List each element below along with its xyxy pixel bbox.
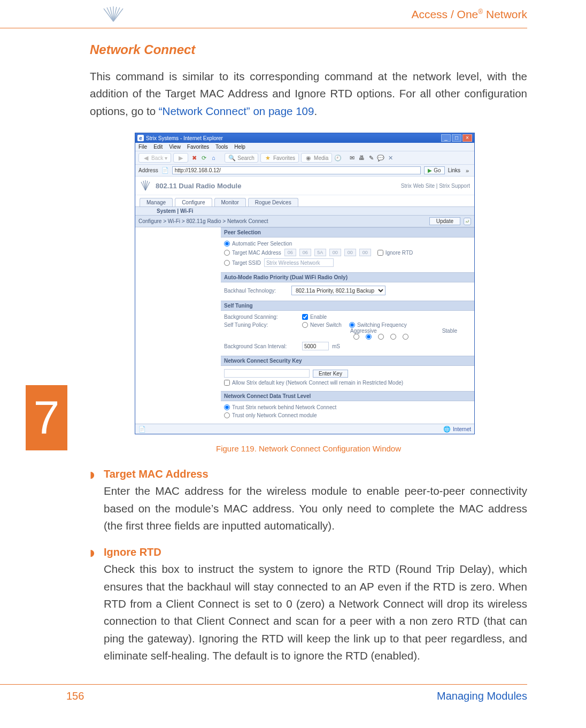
scan-interval-label: Background Scan Interval: xyxy=(224,343,299,349)
window-title: Strix Systems - Internet Explorer xyxy=(146,135,223,141)
product-line: Access / One® Network xyxy=(411,8,527,21)
menu-edit[interactable]: Edit xyxy=(153,144,163,150)
go-icon: ▶ xyxy=(428,167,432,173)
header-right-links[interactable]: Strix Web Site | Strix Support xyxy=(401,183,470,189)
page-number: 156 xyxy=(66,690,84,702)
tab-manage[interactable]: Manage xyxy=(140,198,173,206)
app-header: 802.11 Dual Radio Module Strix Web Site … xyxy=(135,177,474,195)
chapter-tab: 7 xyxy=(26,385,67,450)
update-button[interactable]: Update xyxy=(429,217,460,225)
sub-tab-bar[interactable]: System | Wi-Fi xyxy=(135,207,474,216)
list-item: Target MAC Address Enter the MAC address… xyxy=(104,468,527,534)
figure-caption: Figure 119. Network Connect Configuratio… xyxy=(90,444,527,453)
target-ssid-input[interactable] xyxy=(264,258,334,267)
breadcrumb-row: Configure > Wi-Fi > 802.11g Radio > Netw… xyxy=(135,216,474,227)
group-peer-selection-title: Peer Selection xyxy=(221,227,474,237)
media-button[interactable]: ◉Media xyxy=(301,153,332,163)
radio-target-ssid[interactable]: Target SSID xyxy=(224,260,261,266)
scan-interval-unit: mS xyxy=(332,343,340,349)
search-button[interactable]: 🔍Search xyxy=(225,153,258,163)
scan-interval-input[interactable] xyxy=(302,342,329,350)
menu-file[interactable]: File xyxy=(138,144,147,150)
option-list: Target MAC Address Enter the MAC address… xyxy=(90,468,527,664)
tune-dot-4[interactable] xyxy=(390,334,396,340)
page-icon: 📄 xyxy=(161,167,169,174)
mac-field-3[interactable] xyxy=(329,249,341,256)
radio-never-switch[interactable]: Never Switch xyxy=(302,322,342,328)
stop-icon[interactable]: ✖ xyxy=(190,154,198,162)
menu-favorites[interactable]: Favorites xyxy=(187,144,209,150)
address-bar: Address 📄 ▶Go Links » xyxy=(135,165,474,177)
radio-trust-only-module[interactable]: Trust only Network Connect module xyxy=(224,412,317,418)
forward-icon: ▶ xyxy=(177,154,184,162)
address-input[interactable] xyxy=(172,166,421,174)
enter-key-button[interactable]: Enter Key xyxy=(313,370,348,378)
screenshot-window: e Strix Systems - Internet Explorer _ □ … xyxy=(135,133,475,434)
back-button[interactable]: ◀Back ▾ xyxy=(138,153,171,163)
menu-tools[interactable]: Tools xyxy=(215,144,228,150)
option-title-ignore-rtd: Ignore RTD xyxy=(104,546,527,558)
radio-target-mac[interactable]: Target MAC Address xyxy=(224,250,281,256)
tune-dot-2[interactable] xyxy=(366,334,372,340)
chapter-number: 7 xyxy=(34,394,60,441)
mail-icon[interactable]: ✉ xyxy=(348,154,356,162)
backhaul-select[interactable]: 802.11a Priority, 802.11g Backup xyxy=(291,286,385,295)
list-item: Ignore RTD Check this box to instruct th… xyxy=(104,546,527,664)
edit-icon[interactable]: ✎ xyxy=(367,154,375,162)
window-minimize-button[interactable]: _ xyxy=(441,134,451,142)
radio-trust-network[interactable]: Trust Strix network behind Network Conne… xyxy=(224,404,336,410)
mac-field-4[interactable] xyxy=(344,249,356,256)
checkbox-ignore-rtd[interactable]: Ignore RTD xyxy=(377,250,413,256)
media-icon: ◉ xyxy=(305,154,312,162)
radio-switching-frequency[interactable]: Switching Frequency xyxy=(349,322,407,328)
collapse-icon[interactable]: ⤾ xyxy=(464,218,471,225)
page-header: Access / One® Network xyxy=(0,0,527,28)
radio-automatic-peer[interactable]: Automatic Peer Selection xyxy=(224,241,292,247)
xref-network-connect[interactable]: “Network Connect” on page 109 xyxy=(159,105,314,117)
refresh-icon[interactable]: ⟳ xyxy=(200,154,207,162)
home-icon[interactable]: ⌂ xyxy=(210,154,217,162)
favorites-button[interactable]: ★Favorites xyxy=(260,153,299,163)
intro-paragraph: This command is similar to its correspon… xyxy=(90,68,527,120)
section-title: Network Connect xyxy=(90,42,527,57)
checkbox-enable-scan[interactable]: Enable xyxy=(302,314,327,320)
backhaul-label: Backhaul Technology: xyxy=(224,288,288,294)
strix-logo-icon xyxy=(102,6,125,22)
label-aggressive: Aggressive xyxy=(350,328,376,334)
window-close-button[interactable]: × xyxy=(462,134,472,142)
tune-dot-5[interactable] xyxy=(403,334,408,340)
page-footer: 156 Managing Modules xyxy=(0,684,527,702)
status-internet: Internet xyxy=(453,426,471,432)
menu-help[interactable]: Help xyxy=(234,144,245,150)
mac-field-2[interactable] xyxy=(314,249,326,256)
star-icon: ★ xyxy=(264,154,272,162)
print-icon[interactable]: 🖶 xyxy=(358,154,365,162)
done-icon: 📄 xyxy=(138,425,146,433)
forward-button[interactable]: ▶ xyxy=(173,153,188,163)
checkbox-allow-default-key[interactable]: Allow Strix default key (Network Connect… xyxy=(224,380,403,386)
tab-rogue-devices[interactable]: Rogue Devices xyxy=(248,198,298,206)
window-maximize-button[interactable]: □ xyxy=(452,134,461,142)
history-icon[interactable]: 🕘 xyxy=(334,154,342,162)
tab-configure[interactable]: Configure xyxy=(175,198,212,206)
security-key-input[interactable] xyxy=(224,369,310,378)
internet-zone-icon: 🌐 xyxy=(443,425,451,433)
group-auto-mode-title: Auto-Mode Radio Priority (Dual WiFi Radi… xyxy=(221,272,474,282)
links-chevron-icon[interactable]: » xyxy=(464,167,471,174)
mac-field-1[interactable] xyxy=(299,249,311,256)
footer-section: Managing Modules xyxy=(437,690,527,702)
tune-dot-1[interactable] xyxy=(353,334,359,340)
discuss-icon[interactable]: 💬 xyxy=(377,154,384,162)
mac-field-5[interactable] xyxy=(359,249,371,256)
option-body-ignore-rtd: Check this box to instruct the system to… xyxy=(104,561,527,664)
tune-dot-3[interactable] xyxy=(378,334,384,340)
menu-view[interactable]: View xyxy=(169,144,181,150)
bg-scan-label: Background Scanning: xyxy=(224,314,299,320)
tab-monitor[interactable]: Monitor xyxy=(214,198,246,206)
go-button[interactable]: ▶Go xyxy=(424,166,444,174)
strix-toolbar-icon[interactable]: ✕ xyxy=(387,154,394,162)
links-label[interactable]: Links xyxy=(448,167,460,173)
mac-field-0[interactable] xyxy=(284,249,296,256)
tab-bar: Manage Configure Monitor Rogue Devices xyxy=(135,195,474,207)
option-title-target-mac: Target MAC Address xyxy=(104,468,527,480)
